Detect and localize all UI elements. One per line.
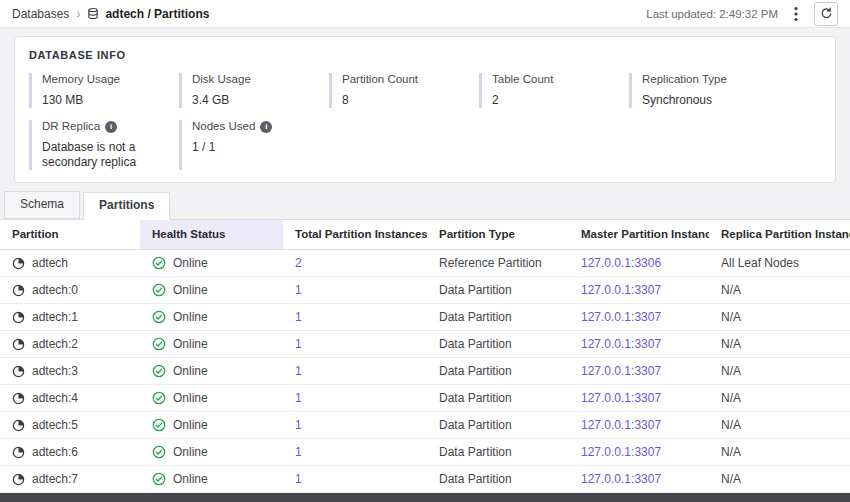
- partition-type-cell: Data Partition: [427, 412, 569, 439]
- total-instances-link[interactable]: 1: [283, 304, 427, 331]
- table-row: adtech:7 Online: [0, 466, 850, 493]
- partition-pie-icon: [12, 473, 25, 486]
- stat-item: Nodes Used 1 / 1: [179, 120, 329, 170]
- online-check-icon: [152, 391, 166, 405]
- stat-value: 3.4 GB: [192, 93, 322, 108]
- partition-cell: adtech:2: [0, 331, 140, 358]
- partition-cell: adtech:7: [0, 466, 140, 493]
- partition-pie-icon: [12, 284, 25, 297]
- total-instances-link[interactable]: 1: [283, 439, 427, 466]
- partition-type-cell: Data Partition: [427, 304, 569, 331]
- stat-item: Memory Usage 130 MB: [29, 73, 179, 108]
- health-cell: Online: [140, 412, 283, 439]
- info-icon[interactable]: [105, 121, 117, 133]
- stat-label: DR Replica: [42, 120, 100, 133]
- total-instances-link[interactable]: 2: [283, 250, 427, 277]
- online-check-icon: [152, 256, 166, 270]
- replica-instance-cell: N/A: [709, 385, 850, 412]
- master-instance-link[interactable]: 127.0.0.1:3307: [569, 304, 709, 331]
- health-status-text: Online: [173, 445, 208, 459]
- col-header-master-instance[interactable]: Master Partition Instance ...: [569, 220, 709, 250]
- online-check-icon: [152, 283, 166, 297]
- stat-value: Database is not a secondary replica: [42, 140, 172, 170]
- total-instances-link[interactable]: 1: [283, 358, 427, 385]
- partition-cell: adtech: [0, 250, 140, 277]
- health-status-text: Online: [173, 256, 208, 270]
- database-icon: [87, 7, 99, 20]
- total-instances-link[interactable]: 1: [283, 331, 427, 358]
- breadcrumb: Databases › adtech / Partitions: [12, 7, 209, 21]
- col-header-partition-type[interactable]: Partition Type: [427, 220, 569, 250]
- master-instance-link[interactable]: 127.0.0.1:3307: [569, 466, 709, 493]
- stat-item: Table Count 2: [479, 73, 629, 108]
- master-instance-link[interactable]: 127.0.0.1:3307: [569, 331, 709, 358]
- health-cell: Online: [140, 385, 283, 412]
- breadcrumb-databases-link[interactable]: Databases: [12, 7, 69, 21]
- partition-name: adtech: [32, 256, 68, 270]
- stat-label: Disk Usage: [192, 73, 251, 86]
- partition-pie-icon: [12, 419, 25, 432]
- replica-instance-cell: N/A: [709, 466, 850, 493]
- health-cell: Online: [140, 358, 283, 385]
- online-check-icon: [152, 310, 166, 324]
- total-instances-link[interactable]: 1: [283, 277, 427, 304]
- partition-type-cell: Data Partition: [427, 439, 569, 466]
- col-header-replica-instance[interactable]: Replica Partition Instance ...: [709, 220, 850, 250]
- stat-label: Replication Type: [642, 73, 727, 86]
- kebab-menu-button[interactable]: [792, 6, 800, 22]
- stat-label: Nodes Used: [192, 120, 255, 133]
- tab-schema[interactable]: Schema: [4, 191, 80, 219]
- total-instances-link[interactable]: 1: [283, 466, 427, 493]
- master-instance-link[interactable]: 127.0.0.1:3307: [569, 358, 709, 385]
- replica-instance-cell: N/A: [709, 304, 850, 331]
- replica-instance-cell: N/A: [709, 439, 850, 466]
- refresh-button[interactable]: [814, 2, 838, 26]
- health-cell: Online: [140, 439, 283, 466]
- replica-instance-cell: N/A: [709, 412, 850, 439]
- master-instance-link[interactable]: 127.0.0.1:3307: [569, 439, 709, 466]
- partition-type-cell: Data Partition: [427, 358, 569, 385]
- stat-value: 130 MB: [42, 93, 172, 108]
- master-instance-link[interactable]: 127.0.0.1:3307: [569, 277, 709, 304]
- master-instance-link[interactable]: 127.0.0.1:3307: [569, 412, 709, 439]
- table-row: adtech:3 Online: [0, 358, 850, 385]
- col-header-total-instances[interactable]: Total Partition Instances: [283, 220, 427, 250]
- col-header-health-status[interactable]: Health Status: [140, 220, 283, 250]
- top-bar: Databases › adtech / Partitions Last upd…: [0, 0, 850, 28]
- stats-row-1: Memory Usage 130 MB Disk Usage 3.4 GB Pa…: [29, 73, 821, 108]
- partition-name: adtech:3: [32, 364, 78, 378]
- partition-cell: adtech:6: [0, 439, 140, 466]
- replica-instance-cell: N/A: [709, 358, 850, 385]
- partitions-table-panel: Partition Health Status Total Partition …: [0, 219, 850, 493]
- partition-name: adtech:7: [32, 472, 78, 486]
- partition-type-cell: Reference Partition: [427, 250, 569, 277]
- master-instance-link[interactable]: 127.0.0.1:3306: [569, 250, 709, 277]
- partition-name: adtech:1: [32, 310, 78, 324]
- table-row: adtech Online: [0, 250, 850, 277]
- partition-name: adtech:4: [32, 391, 78, 405]
- stat-label: Memory Usage: [42, 73, 120, 86]
- col-header-partition[interactable]: Partition: [0, 220, 140, 250]
- partition-name: adtech:2: [32, 337, 78, 351]
- stat-value: 2: [492, 93, 622, 108]
- kebab-icon: [794, 6, 798, 22]
- breadcrumb-separator: ›: [76, 7, 80, 21]
- partition-cell: adtech:0: [0, 277, 140, 304]
- table-row: adtech:6 Online: [0, 439, 850, 466]
- tab-partitions[interactable]: Partitions: [83, 192, 170, 220]
- table-row: adtech:2 Online: [0, 331, 850, 358]
- master-instance-link[interactable]: 127.0.0.1:3307: [569, 385, 709, 412]
- partitions-table: Partition Health Status Total Partition …: [0, 220, 850, 493]
- stat-item: Replication Type Synchronous: [629, 73, 779, 108]
- stat-item: Disk Usage 3.4 GB: [179, 73, 329, 108]
- total-instances-link[interactable]: 1: [283, 385, 427, 412]
- partition-pie-icon: [12, 257, 25, 270]
- partition-type-cell: Data Partition: [427, 385, 569, 412]
- health-status-text: Online: [173, 364, 208, 378]
- health-status-text: Online: [173, 391, 208, 405]
- stat-item: DR Replica Database is not a secondary r…: [29, 120, 179, 170]
- total-instances-link[interactable]: 1: [283, 412, 427, 439]
- info-icon[interactable]: [260, 121, 272, 133]
- top-bar-actions: Last updated: 2:49:32 PM: [646, 2, 838, 26]
- online-check-icon: [152, 364, 166, 378]
